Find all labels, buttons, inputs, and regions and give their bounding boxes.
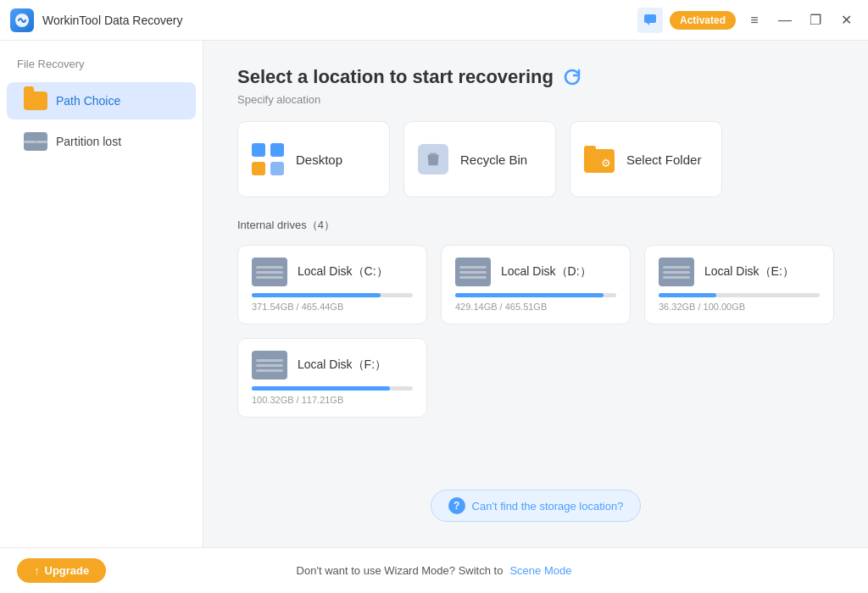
recycle-bin-label: Recycle Bin [460,152,527,167]
sidebar-item-partition-lost[interactable]: Partition lost [7,123,196,160]
refresh-icon[interactable] [562,67,582,87]
drive-name-f: Local Disk（F:） [298,357,387,373]
location-cards-row: Desktop Recycle Bin [237,121,834,197]
cant-find-label: Can't find the storage location? [472,500,624,513]
select-folder-label: Select Folder [626,152,701,167]
drive-hdd-icon-e [659,258,694,286]
sidebar-section-title: File Recovery [0,58,203,80]
recycle-bin-icon [418,144,448,175]
hamburger-button[interactable]: ≡ [743,8,766,32]
select-folder-icon: ⚙ [584,146,615,173]
drive-name-e: Local Disk（E:） [704,264,794,280]
upgrade-button[interactable]: ↑ Upgrade [17,558,106,583]
drive-hdd-icon-d [455,258,491,286]
drive-card-d[interactable]: Local Disk（D:） 429.14GB / 465.51GB [441,245,631,324]
cant-find-button[interactable]: ? Can't find the storage location? [431,490,642,522]
drive-name-d: Local Disk（D:） [501,264,592,280]
minimize-button[interactable]: — [773,8,797,32]
drive-progress-bar-f [252,386,413,391]
internal-drives-label: Internal drives（4） [237,218,834,233]
sidebar-item-path-choice[interactable]: Path Choice [7,82,196,119]
upgrade-icon: ↑ [34,564,40,577]
drive-header-c: Local Disk（C:） [252,258,413,286]
specify-label: Specify alocation [237,93,834,106]
cant-find-row: ? Can't find the storage location? [237,473,834,522]
drive-progress-bar-e [659,293,820,297]
drive-card-f[interactable]: Local Disk（F:） 100.32GB / 117.21GB [237,338,427,418]
window-controls: Activated ≡ — ❐ ✕ [637,8,858,33]
drive-storage-e: 36.32GB / 100.00GB [659,302,820,312]
close-button[interactable]: ✕ [834,8,858,32]
drive-header-f: Local Disk（F:） [252,351,413,380]
drive-progress-fill-c [252,293,381,297]
drive-storage-f: 100.32GB / 117.21GB [252,395,413,405]
drive-hdd-icon-c [252,258,287,286]
drive-storage-c: 371.54GB / 465.44GB [252,302,413,312]
footer-text: Don't want to use Wizard Mode? Switch to [297,564,504,577]
svg-rect-1 [644,14,656,23]
partition-lost-icon [24,131,47,152]
desktop-label: Desktop [296,152,342,167]
drive-card-c[interactable]: Local Disk（C:） 371.54GB / 465.44GB [237,245,427,324]
sidebar-item-label-partition-lost: Partition lost [56,135,121,148]
drive-progress-fill-e [659,293,716,297]
maximize-button[interactable]: ❐ [804,8,827,32]
title-bar: WorkinTool Data Recovery Activated ≡ — ❐… [0,0,868,41]
drive-name-c: Local Disk（C:） [298,264,388,280]
content-area: Select a location to start recovering Sp… [203,41,868,547]
drives-grid-top: Local Disk（C:） 371.54GB / 465.44GB [237,245,834,324]
app-logo [10,8,34,32]
chat-button[interactable] [637,8,663,33]
drive-progress-bar-d [455,293,616,297]
drive-card-e[interactable]: Local Disk（E:） 36.32GB / 100.00GB [644,245,834,324]
scene-mode-link[interactable]: Scene Mode [509,564,571,577]
select-folder-card[interactable]: ⚙ Select Folder [570,121,722,197]
footer: ↑ Upgrade Don't want to use Wizard Mode?… [0,547,868,593]
drive-header-e: Local Disk（E:） [659,258,820,286]
help-icon: ? [448,497,465,514]
desktop-icon [252,143,284,175]
drive-progress-fill-f [252,386,390,391]
svg-marker-2 [647,23,649,25]
drives-grid-bottom: Local Disk（F:） 100.32GB / 117.21GB [237,338,834,418]
drive-progress-fill-d [455,293,604,297]
app-title: WorkinTool Data Recovery [42,14,637,27]
sidebar: File Recovery Path Choice Partition lost [0,41,203,547]
drive-header-d: Local Disk（D:） [455,258,616,286]
drive-storage-d: 429.14GB / 465.51GB [455,302,616,312]
activated-badge: Activated [670,11,736,30]
drive-progress-bar-c [252,293,413,297]
recycle-bin-card[interactable]: Recycle Bin [403,121,556,197]
desktop-card[interactable]: Desktop [237,121,390,197]
page-title: Select a location to start recovering [237,66,834,88]
drive-hdd-icon-f [252,351,287,380]
path-choice-icon [24,91,47,111]
upgrade-label: Upgrade [45,564,90,577]
main-layout: File Recovery Path Choice Partition lost… [0,41,868,547]
sidebar-item-label-path-choice: Path Choice [56,94,120,108]
